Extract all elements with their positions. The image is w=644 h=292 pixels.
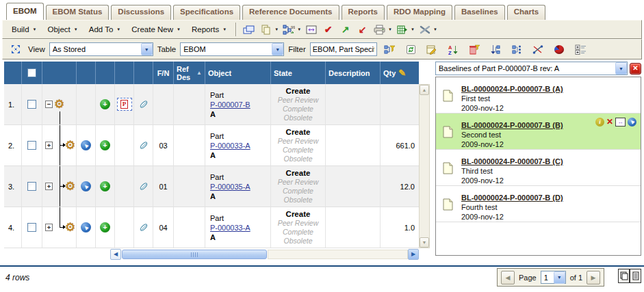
table-select[interactable]: EBOM ▼: [180, 42, 284, 56]
baseline-link[interactable]: BL-00000024-P-000007-B (C): [461, 157, 563, 165]
tab-ebom[interactable]: EBOM: [6, 3, 44, 20]
copy-icon[interactable]: [257, 22, 274, 37]
scrollbar-track[interactable]: [268, 250, 408, 259]
sort-az-icon[interactable]: AZ: [445, 42, 462, 57]
sort-ascending-icon[interactable]: ▲: [196, 70, 202, 76]
open-baseline-icon[interactable]: ▶: [628, 118, 636, 127]
close-panel-button[interactable]: ✕: [630, 63, 641, 75]
view-select[interactable]: As Stored ▼: [49, 42, 153, 56]
scroll-right-icon[interactable]: ▶: [408, 249, 419, 260]
compare-baseline-icon[interactable]: ↔: [615, 118, 626, 127]
remove-filter-icon[interactable]: [466, 42, 483, 57]
expand-toggle[interactable]: +: [45, 142, 53, 149]
tools-icon[interactable]: [416, 22, 433, 37]
print-icon[interactable]: [371, 22, 388, 37]
scroll-down-icon[interactable]: ▼: [420, 237, 429, 248]
header-fn[interactable]: F/N: [153, 62, 174, 84]
row-checkbox[interactable]: [27, 182, 36, 191]
page-select[interactable]: 1 ▼: [541, 271, 566, 284]
header-qty[interactable]: Qty✎: [381, 62, 419, 84]
select-all-checkbox[interactable]: [27, 68, 36, 77]
row-checkbox[interactable]: [27, 100, 36, 109]
approve-check-icon[interactable]: ✔: [320, 22, 337, 37]
header-ref-des[interactable]: RefDes ▲: [174, 62, 205, 84]
chevron-down-icon[interactable]: ▼: [433, 27, 437, 31]
goto-part-icon[interactable]: ▶: [81, 181, 91, 191]
header-description[interactable]: Description: [326, 62, 381, 84]
feather-edit-icon[interactable]: [139, 222, 149, 233]
chevron-down-icon[interactable]: ▼: [388, 27, 392, 31]
tab-ebom-status[interactable]: EBOM Status: [46, 5, 110, 20]
menu-create-new[interactable]: Create New▼: [126, 25, 186, 34]
chevron-down-icon[interactable]: ▼: [411, 27, 415, 31]
menu-toolbar: Build▼ Object▼ Add To▼ Create New▼ Repor…: [2, 20, 642, 39]
sort-order-icon[interactable]: [487, 42, 504, 57]
info-icon[interactable]: i: [595, 118, 604, 127]
goto-part-icon[interactable]: ▶: [81, 140, 91, 150]
object-link[interactable]: P-000007-B: [210, 101, 250, 109]
tab-discussions[interactable]: Discussions: [111, 5, 171, 20]
expand-all-icon[interactable]: [572, 42, 589, 57]
horizontal-scrollbar[interactable]: ◀ ▶: [4, 248, 419, 260]
vertical-scrollbar[interactable]: ▲ ▼: [419, 84, 430, 248]
chevron-down-icon[interactable]: ▼: [297, 27, 301, 31]
tab-baselines[interactable]: Baselines: [454, 5, 505, 20]
edit-column-icon[interactable]: ✎: [398, 68, 406, 78]
image-manager-icon[interactable]: P: [117, 98, 132, 111]
scroll-up-icon[interactable]: ▲: [420, 85, 429, 95]
expand-toggle[interactable]: +: [45, 224, 53, 231]
object-link[interactable]: P-000033-A: [210, 224, 250, 232]
object-link[interactable]: P-000033-A: [210, 142, 250, 150]
tab-reference-documents[interactable]: Reference Documents: [242, 5, 339, 20]
baselines-select[interactable]: Baselines of Part P-000007-B rev: A ▼: [435, 62, 628, 75]
baseline-link[interactable]: BL-00000024-P-000007-B (A): [461, 85, 563, 93]
header-object[interactable]: Object: [205, 62, 271, 84]
chart-icon[interactable]: [551, 42, 568, 57]
refresh-icon[interactable]: [402, 42, 420, 57]
feather-edit-icon[interactable]: [139, 181, 149, 191]
structure-nodes-icon[interactable]: [508, 42, 526, 57]
promote-arrow-icon[interactable]: ↗: [337, 22, 354, 37]
tab-charts[interactable]: Charts: [507, 5, 545, 20]
filter-structure-icon[interactable]: [381, 42, 398, 57]
new-window-icon[interactable]: [240, 22, 257, 37]
compare-window-icon[interactable]: [302, 22, 320, 37]
menu-add-to[interactable]: Add To▼: [83, 25, 127, 34]
cut-structure-icon[interactable]: [530, 42, 547, 57]
header-state[interactable]: State: [271, 62, 326, 84]
add-child-icon[interactable]: +: [100, 99, 110, 109]
scrollbar-thumb[interactable]: [122, 250, 267, 259]
tab-specifications[interactable]: Specifications: [173, 5, 240, 20]
baseline-link[interactable]: BL-00000024-P-000007-B (D): [461, 194, 563, 202]
row-checkbox[interactable]: [27, 223, 36, 232]
menu-build[interactable]: Build▼: [6, 25, 42, 34]
add-child-icon[interactable]: +: [100, 222, 110, 233]
send-structure-icon[interactable]: 99: [280, 22, 297, 37]
next-page-button[interactable]: ▶: [587, 271, 600, 284]
multi-page-view-button[interactable]: [618, 269, 630, 283]
feather-edit-icon[interactable]: [139, 140, 149, 150]
menu-reports[interactable]: Reports▼: [186, 25, 232, 34]
menu-object[interactable]: Object▼: [42, 25, 83, 34]
previous-page-button[interactable]: ◀: [501, 271, 515, 284]
demote-arrow-icon[interactable]: ↙: [354, 22, 371, 37]
collapse-toggle[interactable]: −: [45, 101, 53, 108]
add-child-icon[interactable]: +: [100, 181, 110, 191]
tab-rdo-mapping[interactable]: RDO Mapping: [387, 5, 452, 20]
single-page-view-button[interactable]: [630, 269, 641, 283]
object-link[interactable]: P-000035-A: [210, 183, 250, 191]
baseline-link[interactable]: BL-00000024-P-000007-B (B): [461, 121, 563, 129]
export-table-icon[interactable]: [394, 22, 411, 37]
resize-table-icon[interactable]: [7, 42, 24, 57]
tab-reports[interactable]: Reports: [342, 5, 385, 20]
filter-input[interactable]: [310, 42, 377, 56]
edit-table-icon[interactable]: [424, 42, 441, 57]
scroll-left-icon[interactable]: ◀: [110, 249, 121, 260]
expand-toggle[interactable]: +: [45, 183, 53, 190]
row-checkbox[interactable]: [27, 141, 36, 150]
add-child-icon[interactable]: +: [100, 140, 110, 150]
feather-edit-icon[interactable]: [139, 99, 149, 109]
chevron-down-icon[interactable]: ▼: [274, 27, 279, 31]
delete-baseline-icon[interactable]: ✕: [606, 117, 613, 127]
goto-part-icon[interactable]: ▶: [81, 222, 91, 233]
